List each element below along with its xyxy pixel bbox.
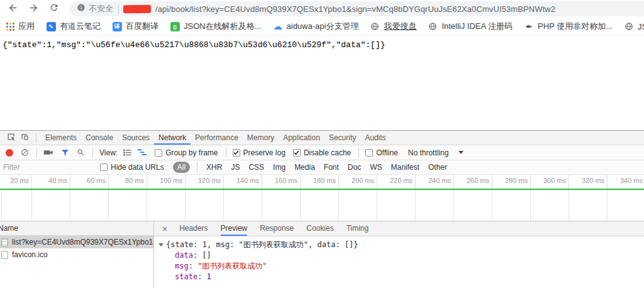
tab-network[interactable]: Network [154,131,191,145]
filter-pill-other[interactable]: Other [428,163,447,172]
request-row[interactable]: list?key=CE4Uvd8mQ939X7QESx1Ypbo1&si... [0,236,153,248]
network-overview-strip[interactable] [0,190,644,221]
tree-property-row[interactable]: msg: "图书列表获取成功" [175,261,644,272]
bookmark-apps[interactable]: 应用 [6,21,35,32]
filter-pill-manifest[interactable]: Manifest [391,163,419,172]
bookmark-intellij-key[interactable]: IntelliJ IDEA 注册码 [428,21,513,32]
bookmark-soupan[interactable]: 我爱搜盘 [370,21,416,32]
filterbar-divider [197,163,197,172]
filter-pill-font[interactable]: Font [324,163,339,172]
info-icon[interactable] [77,3,86,14]
timeline-tick: 140 ms [224,175,262,189]
forward-button[interactable] [26,1,41,16]
filter-pill-media[interactable]: Media [294,163,315,172]
waterfall-toggle[interactable] [137,148,147,157]
bookmark-aiduwa-api[interactable]: ☁ aiduwa-api分支管理 [273,21,359,32]
timeline-tick: 260 ms [454,175,492,189]
tree-property-row[interactable]: data: [] [175,250,644,261]
json-response-text: {"state":1,"msg":"\u56fe\u4e66\u5217\u88… [3,40,641,50]
throttling-select[interactable]: No throttling [408,148,464,157]
bookmark-php-asym[interactable]: ✒ PHP 使用非对称加... [524,21,613,32]
toolbar-divider [92,148,93,157]
preserve-log-checkbox[interactable]: Preserve log [233,148,286,157]
timeline-tick: 220 ms [377,175,416,189]
tab-headers[interactable]: Headers [179,221,208,236]
group-by-frame-checkbox[interactable]: Group by frame [155,148,218,157]
toolbar-divider [226,148,226,157]
checkbox-unchecked-icon [365,149,373,157]
back-button[interactable] [5,1,20,16]
timeline-tick: 20 ms [0,175,32,189]
chevron-down-icon [458,151,464,154]
request-details-panel: × Headers Preview Response Cookies Timin… [154,221,644,288]
timeline-tick: 340 ms [608,175,644,189]
bookmark-jsencrypt[interactable]: JSEncrypt [624,21,644,31]
details-tabbar: × Headers Preview Response Cookies Timin… [154,221,644,236]
request-row[interactable]: favicon.ico [0,248,153,261]
tab-response[interactable]: Response [260,221,294,236]
globe-icon [370,21,380,31]
tab-application[interactable]: Application [279,131,325,145]
tree-property-row[interactable]: state: 1 [175,272,644,282]
capture-screenshots-button[interactable] [43,148,53,157]
inspect-element-button[interactable] [4,131,18,145]
expand-arrow-icon[interactable] [158,243,164,246]
offline-checkbox[interactable]: Offline [365,148,397,157]
security-label: 不安全 [89,3,113,14]
clear-button[interactable] [21,148,29,157]
globe-icon [428,21,438,31]
filter-pill-doc[interactable]: Doc [348,163,361,172]
tab-preview[interactable]: Preview [221,221,248,236]
cloud-icon: ☁ [273,21,283,31]
bookmarks-bar: 应用 ✎ 有道云笔记 译 百度翻译 {} JSON在线解析及格... ☁ aid… [0,18,644,36]
tab-timing[interactable]: Timing [347,221,369,236]
filter-pill-ws[interactable]: WS [370,163,382,172]
back-icon [8,3,18,16]
timeline-tick: 40 ms [32,175,70,189]
filter-input[interactable] [3,163,96,172]
inspect-cursor-icon [6,132,16,143]
search-button[interactable] [77,148,85,157]
reload-button[interactable] [47,1,62,16]
bookmark-baidu-translate[interactable]: 译 百度翻译 [112,21,158,32]
globe-icon [624,21,634,31]
tab-sources[interactable]: Sources [118,131,154,145]
tab-performance[interactable]: Performance [191,131,243,145]
bookmark-json-parser[interactable]: {} JSON在线解析及格... [170,21,262,32]
tab-cookies[interactable]: Cookies [306,221,333,236]
toolbar-divider [36,148,37,157]
filter-pill-css[interactable]: CSS [248,163,264,172]
hide-data-urls-checkbox[interactable]: Hide data URLs [100,163,164,172]
preview-tree: {state: 1, msg: "图书列表获取成功", data: []} da… [154,236,644,282]
bookmark-youdao-note[interactable]: ✎ 有道云笔记 [46,21,101,32]
omnibox-divider [118,4,119,14]
tab-console[interactable]: Console [81,131,118,145]
filter-pill-xhr[interactable]: XHR [206,163,222,172]
checkbox-unchecked-icon [100,163,108,171]
name-column-header[interactable]: Name [0,221,153,236]
tab-audits[interactable]: Audits [360,131,390,145]
tree-root-row[interactable]: {state: 1, msg: "图书列表获取成功", data: []} [158,240,644,250]
network-toolbar: View: Group by frame Preserve log Disabl… [0,145,644,160]
tab-elements[interactable]: Elements [41,131,81,145]
filter-pill-js[interactable]: JS [231,163,240,172]
filter-pill-all[interactable]: All [173,162,190,173]
timeline-tick: 240 ms [416,175,454,189]
filter-button[interactable] [61,148,69,157]
record-button[interactable] [6,149,13,157]
close-icon[interactable]: × [162,221,167,236]
browser-toolbar: 不安全 /api/book/list?key=CE4Uvd8mQ939X7QES… [0,0,644,18]
forward-icon [28,3,39,16]
tab-memory[interactable]: Memory [243,131,279,145]
address-bar[interactable]: 不安全 /api/book/list?key=CE4Uvd8mQ939X7QES… [70,1,644,16]
device-toolbar-icon [20,132,30,143]
timeline-tick: 80 ms [109,175,147,189]
toolbar-divider [358,148,359,157]
large-rows-toggle[interactable] [123,148,132,157]
device-toolbar-button[interactable] [18,131,31,145]
tab-security[interactable]: Security [325,131,360,145]
disable-cache-checkbox[interactable]: Disable cache [293,148,351,157]
tabbar-divider [36,133,36,143]
checkbox-unchecked-icon [155,149,162,157]
filter-pill-img[interactable]: Img [273,163,286,172]
